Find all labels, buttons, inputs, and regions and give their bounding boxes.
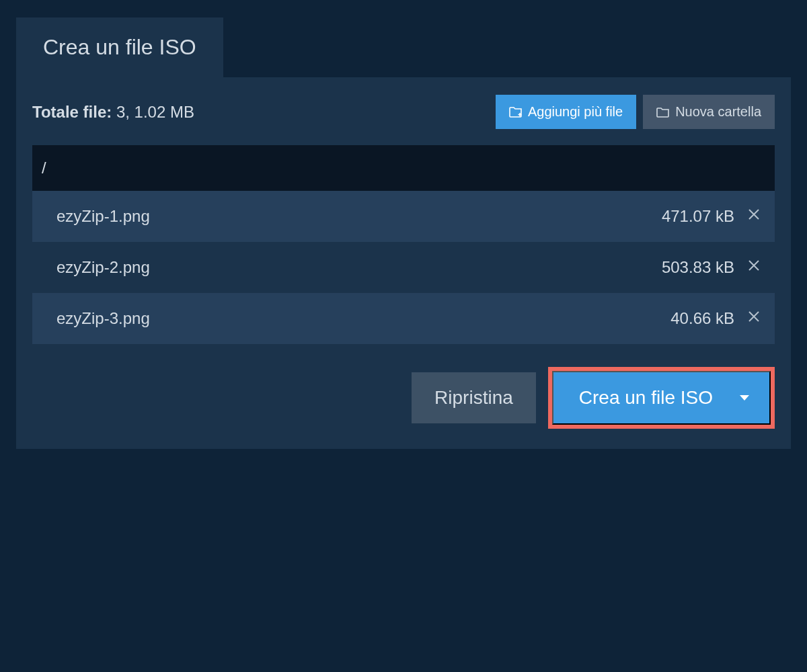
file-size: 471.07 kB [662,207,734,226]
create-iso-label: Crea un file ISO [579,387,713,409]
close-icon[interactable] [746,207,761,226]
file-row-right: 40.66 kB [670,309,761,328]
file-row[interactable]: ezyZip-2.png503.83 kB [32,242,775,293]
path-row[interactable]: / [32,145,775,191]
tab-create-iso[interactable]: Crea un file ISO [16,17,223,77]
file-name: ezyZip-2.png [56,258,150,277]
file-list: / ezyZip-1.png471.07 kBezyZip-2.png503.8… [32,145,775,344]
folder-icon [656,106,670,118]
main-panel: Totale file: 3, 1.02 MB Aggiungi più fil… [16,77,791,449]
add-files-button[interactable]: Aggiungi più file [496,95,636,129]
total-files-label: Totale file: [32,103,112,121]
file-row[interactable]: ezyZip-1.png471.07 kB [32,191,775,242]
close-icon[interactable] [746,309,761,328]
file-name: ezyZip-1.png [56,207,150,226]
tab-bar: Crea un file ISO [16,17,791,77]
add-files-label: Aggiungi più file [528,104,623,120]
total-files-summary: Totale file: 3, 1.02 MB [32,103,194,122]
file-row-right: 471.07 kB [662,207,761,226]
close-icon[interactable] [746,258,761,277]
app-container: Crea un file ISO Totale file: 3, 1.02 MB… [0,0,807,466]
folder-plus-icon [509,106,523,118]
file-size: 40.66 kB [670,309,734,328]
create-iso-button[interactable]: Crea un file ISO [552,371,771,425]
create-button-highlight: Crea un file ISO [548,367,775,429]
total-files-value: 3, 1.02 MB [116,103,194,121]
file-row-right: 503.83 kB [662,258,761,277]
header-row: Totale file: 3, 1.02 MB Aggiungi più fil… [32,95,775,129]
file-row[interactable]: ezyZip-3.png40.66 kB [32,293,775,344]
chevron-down-icon [740,395,749,401]
file-size: 503.83 kB [662,258,734,277]
footer-row: Ripristina Crea un file ISO [32,367,775,429]
header-buttons: Aggiungi più file Nuova cartella [496,95,775,129]
new-folder-button[interactable]: Nuova cartella [643,95,775,129]
reset-button[interactable]: Ripristina [412,372,536,423]
new-folder-label: Nuova cartella [675,104,761,120]
file-name: ezyZip-3.png [56,309,150,328]
